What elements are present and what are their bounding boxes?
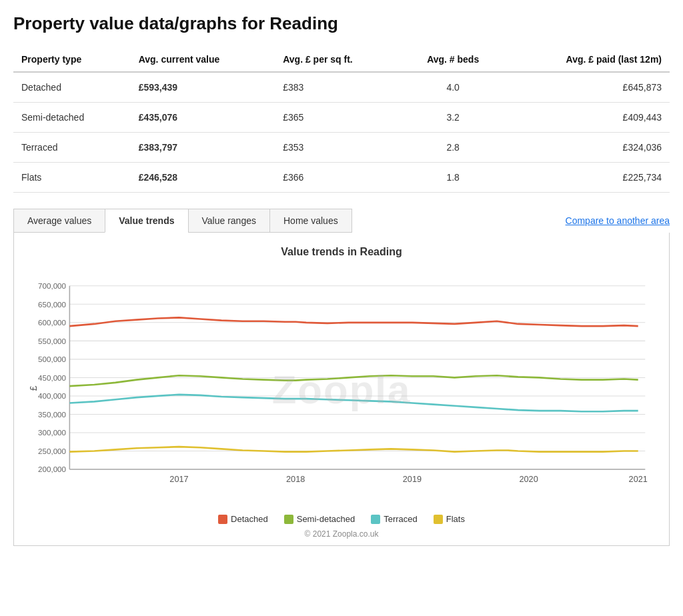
copyright: © 2021 Zoopla.co.uk [21,529,662,539]
svg-text:400,000: 400,000 [38,391,67,400]
svg-text:2019: 2019 [403,475,422,484]
cell-paid: £225,734 [504,163,670,193]
cell-sqft: £353 [275,133,402,163]
svg-text:500,000: 500,000 [38,355,67,363]
chart-legend: Detached Semi-detached Terraced Flats [21,514,662,524]
cell-type: Flats [13,163,131,193]
terraced-line [69,395,638,411]
cell-beds: 2.8 [402,133,504,163]
col-header-paid: Avg. £ paid (last 12m) [504,47,670,72]
table-row: Flats £246,528 £366 1.8 £225,734 [13,163,670,193]
svg-text:550,000: 550,000 [38,337,67,345]
legend-label: Terraced [384,514,418,524]
svg-text:650,000: 650,000 [38,300,67,309]
cell-sqft: £365 [275,103,402,133]
cell-avg-value: £383,797 [131,133,275,163]
tab-home-values[interactable]: Home values [269,209,352,233]
table-row: Terraced £383,797 £353 2.8 £324,036 [13,133,670,163]
svg-text:2021: 2021 [629,475,648,484]
legend-label: Detached [231,514,268,524]
legend-item: Terraced [371,514,418,524]
cell-avg-value: £246,528 [131,163,275,193]
svg-text:350,000: 350,000 [38,410,67,419]
chart-title: Value trends in Reading [21,246,662,258]
svg-text:250,000: 250,000 [38,447,67,455]
tab-value-trends[interactable]: Value trends [105,209,187,233]
legend-label: Semi-detached [297,514,355,524]
legend-item: Flats [434,514,465,524]
svg-text:2017: 2017 [169,475,188,484]
detached-line [69,317,638,326]
svg-text:2018: 2018 [286,475,305,484]
legend-item: Semi-detached [284,514,355,524]
tabs-row: Average valuesValue trendsValue rangesHo… [13,209,670,233]
chart-container: Value trends in Reading Zoopla £ 700,000… [13,233,670,546]
svg-text:700,000: 700,000 [38,281,67,290]
y-axis-label: £ [29,385,39,391]
tabs: Average valuesValue trendsValue rangesHo… [13,209,352,233]
page-title: Property value data/graphs for Reading [13,13,670,34]
cell-beds: 3.2 [402,103,504,133]
cell-beds: 4.0 [402,72,504,103]
col-header-avg-value: Avg. current value [131,47,275,72]
svg-text:450,000: 450,000 [38,373,67,382]
legend-color [284,515,293,524]
legend-item: Detached [218,514,268,524]
tab-value-ranges[interactable]: Value ranges [188,209,269,233]
cell-type: Detached [13,72,131,103]
col-header-beds: Avg. # beds [402,47,504,72]
cell-beds: 1.8 [402,163,504,193]
col-header-sqft: Avg. £ per sq ft. [275,47,402,72]
cell-avg-value: £593,439 [131,72,275,103]
cell-type: Terraced [13,133,131,163]
col-header-type: Property type [13,47,131,72]
cell-sqft: £366 [275,163,402,193]
cell-paid: £324,036 [504,133,670,163]
table-row: Semi-detached £435,076 £365 3.2 £409,443 [13,103,670,133]
cell-type: Semi-detached [13,103,131,133]
svg-text:200,000: 200,000 [38,465,67,473]
legend-color [371,515,380,524]
semi-detached-line [69,375,638,386]
cell-paid: £645,873 [504,72,670,103]
svg-text:600,000: 600,000 [38,318,67,327]
cell-avg-value: £435,076 [131,103,275,133]
compare-link[interactable]: Compare to another area [566,215,670,226]
svg-text:2020: 2020 [519,475,538,484]
svg-text:300,000: 300,000 [38,428,67,437]
legend-color [434,515,443,524]
chart-svg: £ 700,000 650,000 600,000 550,000 500,00… [21,265,662,505]
tab-average-values[interactable]: Average values [13,209,105,233]
legend-label: Flats [446,514,465,524]
legend-color [218,515,227,524]
property-table: Property type Avg. current value Avg. £ … [13,47,670,193]
table-row: Detached £593,439 £383 4.0 £645,873 [13,72,670,103]
cell-sqft: £383 [275,72,402,103]
cell-paid: £409,443 [504,103,670,133]
